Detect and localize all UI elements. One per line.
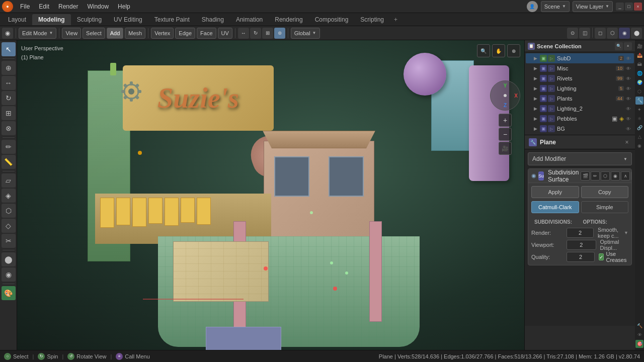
outliner-new-collection-btn[interactable]: +: [624, 42, 632, 50]
xray-toggle[interactable]: ◫: [579, 28, 590, 39]
rotate-tool[interactable]: ↻: [2, 91, 16, 105]
props-tab-scene[interactable]: 🌐: [635, 69, 643, 77]
props-tab-particles[interactable]: ✦: [635, 106, 643, 114]
quality-value-input[interactable]: 2: [567, 252, 595, 262]
modifier-move-up[interactable]: ∧: [621, 171, 630, 180]
outliner-item-pebbles[interactable]: ▶ ▣ ▷ Pebbles ▣ ◈ 👁: [526, 114, 634, 124]
viewport-value-input[interactable]: 2: [567, 240, 596, 250]
outliner-item-plants[interactable]: ▶ ▣ ▷ Plants 44 👁: [526, 94, 634, 104]
tab-modeling[interactable]: Modeling: [32, 14, 71, 25]
move-tool[interactable]: ↔: [2, 76, 16, 90]
outliner-item-rivets[interactable]: ▶ ▣ ▷ Rivets 99 👁: [526, 73, 634, 83]
zoom-in-btn[interactable]: +: [499, 114, 512, 127]
tab-layout[interactable]: Layout: [2, 14, 32, 25]
outliner-vis-rivets[interactable]: 👁: [625, 75, 632, 82]
tab-rendering[interactable]: Rendering: [269, 14, 308, 25]
loop-cut-tool[interactable]: ◇: [2, 219, 16, 233]
props-tab-active[interactable]: 🎯: [635, 340, 643, 348]
tab-compositing[interactable]: Compositing: [309, 14, 355, 25]
tab-animation[interactable]: Animation: [230, 14, 269, 25]
outliner-item-bg[interactable]: ▶ ▣ ▷ BG 👁: [526, 124, 634, 134]
inset-tool[interactable]: ◈: [2, 189, 16, 203]
tab-scripting[interactable]: Scripting: [354, 14, 390, 25]
gizmo-z-axis[interactable]: Z: [504, 103, 507, 108]
outliner-vis-subd[interactable]: 👁: [625, 55, 632, 62]
render-value-input[interactable]: 2: [567, 228, 594, 238]
view-layer-selector[interactable]: View Layer ▼: [573, 1, 613, 12]
simple-btn[interactable]: Simple: [581, 201, 629, 213]
extrude-tool[interactable]: ▱: [2, 173, 16, 188]
tab-texture-paint[interactable]: Texture Paint: [148, 14, 196, 25]
scene-selector[interactable]: Scene ▼: [541, 1, 570, 12]
bevel-tool[interactable]: ⬡: [2, 204, 16, 218]
uv-menu[interactable]: UV: [218, 28, 232, 39]
gizmo-y-axis[interactable]: Y: [504, 83, 507, 88]
material-btn[interactable]: ◉: [619, 28, 630, 39]
menu-window[interactable]: Window: [83, 2, 113, 11]
transform-tool[interactable]: ⊗: [2, 121, 16, 135]
modifier-realtime-toggle[interactable]: ◉: [611, 171, 620, 180]
props-tab-output[interactable]: 📤: [635, 51, 643, 59]
outliner-vis-misc[interactable]: 👁: [625, 65, 632, 72]
props-tab-tool[interactable]: 🔨: [635, 322, 643, 330]
viewport-cursor-btn[interactable]: ⊕: [507, 44, 520, 57]
outliner-item-lighting2[interactable]: ▶ ▣ ▷ Lighting_2 👁: [526, 104, 634, 114]
outliner-vis-bg[interactable]: 👁: [625, 125, 632, 132]
outliner-vis-pebbles[interactable]: 👁: [625, 115, 632, 122]
mesh-menu[interactable]: Mesh: [125, 28, 145, 39]
select-tool[interactable]: ↖: [2, 42, 16, 56]
menu-render[interactable]: Render: [54, 2, 82, 11]
menu-file[interactable]: File: [16, 2, 34, 11]
material-paint-tool[interactable]: 🎨: [2, 286, 16, 300]
viewport-hand-btn[interactable]: ✋: [492, 44, 505, 57]
modifier-render-toggle[interactable]: 🎬: [581, 171, 590, 180]
copy-button[interactable]: Copy: [581, 186, 629, 198]
props-tab-object[interactable]: ⬡: [635, 87, 643, 96]
props-tab-render[interactable]: 🎥: [635, 42, 643, 50]
tab-uv-editing[interactable]: UV Editing: [108, 14, 148, 25]
props-tab-view[interactable]: 👁: [635, 331, 643, 339]
outliner-item-lighting[interactable]: ▶ ▣ ▷ Lighting 5 👁: [526, 83, 634, 94]
annotate-tool[interactable]: ✏: [2, 140, 16, 154]
rendered-btn[interactable]: ⬤: [631, 28, 642, 39]
modifier-cage-toggle[interactable]: ⬡: [601, 171, 610, 180]
props-tab-world[interactable]: 🌍: [635, 78, 643, 86]
face-menu[interactable]: Face: [197, 28, 216, 39]
tab-shading[interactable]: Shading: [196, 14, 230, 25]
select-menu[interactable]: Select: [83, 28, 105, 39]
mode-selector[interactable]: Edit Mode ▼: [19, 28, 56, 39]
add-modifier-btn[interactable]: Add Modifier ▼: [528, 152, 632, 165]
vertex-menu[interactable]: Vertex: [151, 28, 174, 39]
scale-icon[interactable]: ⊞: [262, 28, 273, 39]
measure-tool[interactable]: 📏: [2, 155, 16, 169]
minimize-btn[interactable]: _: [616, 3, 624, 11]
gizmo-x-axis[interactable]: X: [514, 93, 518, 99]
catmullclark-btn[interactable]: Catmull-Clark: [531, 201, 579, 213]
close-btn[interactable]: ×: [634, 3, 642, 11]
viewport-search-btn[interactable]: 🔍: [477, 44, 490, 57]
outliner-item-misc[interactable]: ▶ ▣ ▷ Misc 10 👁: [526, 63, 634, 73]
tab-sculpting[interactable]: Sculpting: [71, 14, 108, 25]
use-creases-checkbox[interactable]: ✓: [599, 253, 604, 260]
menu-help[interactable]: Help: [114, 2, 134, 11]
outliner-vis-plants[interactable]: 👁: [625, 95, 632, 102]
apply-button[interactable]: Apply: [531, 186, 579, 198]
outliner-item-subd[interactable]: ▶ ▣ ▷ SubD 2 👁: [526, 53, 634, 63]
edge-menu[interactable]: Edge: [175, 28, 195, 39]
props-tab-physics[interactable]: ⚛: [635, 115, 643, 123]
wireframe-btn[interactable]: ◻: [595, 28, 606, 39]
blender-icon-small[interactable]: ◉: [2, 28, 13, 39]
smooth-tool[interactable]: ◉: [2, 267, 16, 282]
overlay-toggle[interactable]: ⊙: [567, 28, 578, 39]
combined-transform-icon[interactable]: ⊕: [274, 28, 285, 39]
props-tab-constraints[interactable]: 🔗: [635, 124, 643, 132]
maximize-btn[interactable]: □: [625, 3, 633, 11]
menu-edit[interactable]: Edit: [35, 2, 53, 11]
modifier-enable-toggle[interactable]: ◉: [531, 172, 536, 179]
knife-tool[interactable]: ✂: [2, 234, 16, 248]
outliner-vis-lighting[interactable]: 👁: [625, 85, 632, 92]
outliner-filter-btn[interactable]: 🔍: [615, 42, 623, 50]
properties-close-btn[interactable]: ×: [623, 138, 631, 146]
transform-space[interactable]: Global ▼: [291, 28, 320, 39]
props-tab-material[interactable]: ◉: [635, 142, 643, 150]
